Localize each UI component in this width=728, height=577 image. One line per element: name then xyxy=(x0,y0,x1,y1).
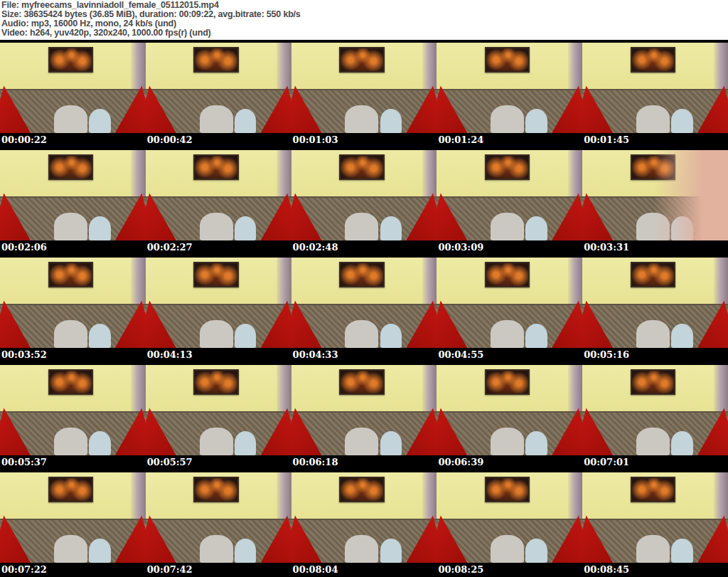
blue-pillow xyxy=(525,539,547,563)
frame-timestamp: 00:06:18 xyxy=(291,455,437,470)
blue-pillow xyxy=(671,324,693,348)
frame-timestamp: 00:05:37 xyxy=(0,455,146,470)
thumbnail-cell: 00:02:06 xyxy=(0,147,146,255)
letterbox-strip xyxy=(582,470,728,472)
letterbox-strip xyxy=(291,470,437,472)
gray-pillow xyxy=(345,320,378,348)
letterbox-strip xyxy=(0,147,146,150)
blue-pillow xyxy=(525,216,547,240)
thumbnail-cell: 00:03:31 xyxy=(582,147,728,255)
letterbox-strip xyxy=(146,147,291,150)
frame-timestamp: 00:05:57 xyxy=(146,455,291,470)
frame-timestamp: 00:08:25 xyxy=(437,563,582,577)
video-frame-placeholder xyxy=(0,470,146,563)
thumbnail-cell: 00:07:01 xyxy=(582,362,728,470)
frame-timestamp: 00:01:24 xyxy=(437,133,582,147)
letterbox-strip xyxy=(146,255,291,258)
video-contact-sheet: File: myfreecams_lavinniadoll_female_051… xyxy=(0,0,728,577)
video-frame-placeholder xyxy=(291,470,437,563)
gray-pillow xyxy=(636,535,670,563)
thumbnail-cell: 00:00:42 xyxy=(146,40,291,147)
blue-pillow xyxy=(89,324,111,348)
frame-timestamp: 00:01:03 xyxy=(291,133,437,147)
blue-pillow xyxy=(380,324,402,348)
video-frame-placeholder xyxy=(0,255,146,348)
wall-painting xyxy=(193,477,238,502)
video-frame-placeholder xyxy=(0,147,146,240)
wall-painting xyxy=(485,477,530,502)
letterbox-strip xyxy=(291,362,437,365)
video-frame-placeholder xyxy=(291,255,437,348)
letterbox-strip xyxy=(437,255,582,258)
wall-painting xyxy=(631,369,675,394)
video-frame-placeholder xyxy=(0,362,146,455)
gray-pillow xyxy=(636,428,670,455)
letterbox-strip xyxy=(437,40,582,43)
video-frame-placeholder xyxy=(291,147,437,240)
video-frame-placeholder xyxy=(146,255,291,348)
wall-painting xyxy=(485,262,530,287)
letterbox-strip xyxy=(437,147,582,150)
thumbnail-cell: 00:06:18 xyxy=(291,362,437,470)
gray-pillow xyxy=(200,105,233,133)
thumbnail-cell: 00:05:37 xyxy=(0,362,146,470)
thumbnail-cell: 00:01:03 xyxy=(291,40,437,147)
video-frame-placeholder xyxy=(582,470,728,563)
gray-pillow xyxy=(345,105,378,133)
thumbnail-cell: 00:07:42 xyxy=(146,470,291,577)
wall-painting xyxy=(631,262,675,287)
thumbnail-cell: 00:08:04 xyxy=(291,470,437,577)
thumbnail-cell: 00:02:27 xyxy=(146,147,291,255)
thumbnail-cell: 00:04:33 xyxy=(291,255,437,362)
frame-timestamp: 00:06:39 xyxy=(437,455,582,470)
thumbnail-cell: 00:01:45 xyxy=(582,40,728,147)
gray-pillow xyxy=(491,320,524,348)
letterbox-strip xyxy=(582,147,728,150)
thumbnail-cell: 00:03:09 xyxy=(437,147,582,255)
wall-painting xyxy=(631,477,675,502)
gray-pillow xyxy=(491,105,524,133)
wall-painting xyxy=(339,262,384,287)
gray-pillow xyxy=(636,320,670,348)
video-frame-placeholder xyxy=(582,40,728,133)
video-frame-placeholder xyxy=(582,147,728,240)
video-frame-placeholder xyxy=(582,255,728,348)
letterbox-strip xyxy=(582,255,728,258)
frame-timestamp: 00:07:22 xyxy=(0,563,146,577)
letterbox-strip xyxy=(291,255,437,258)
wall-painting xyxy=(339,47,384,72)
thumbnail-cell: 00:08:25 xyxy=(437,470,582,577)
wall-painting xyxy=(48,47,93,72)
blue-pillow xyxy=(525,431,547,455)
blue-pillow xyxy=(525,324,547,348)
wall-painting xyxy=(48,477,93,502)
video-frame-placeholder xyxy=(437,147,582,240)
blue-pillow xyxy=(671,109,693,133)
frame-timestamp: 00:01:45 xyxy=(582,133,728,147)
gray-pillow xyxy=(491,213,524,240)
blue-pillow xyxy=(380,431,402,455)
video-frame-placeholder xyxy=(146,40,291,133)
gray-pillow xyxy=(345,535,378,563)
blue-pillow xyxy=(235,539,257,563)
gray-pillow xyxy=(200,213,233,240)
thumbnail-cell: 00:04:13 xyxy=(146,255,291,362)
thumbnail-cell: 00:08:45 xyxy=(582,470,728,577)
thumbnail-cell: 00:03:52 xyxy=(0,255,146,362)
wall-painting xyxy=(485,369,530,394)
letterbox-strip xyxy=(291,40,437,43)
frame-timestamp: 00:02:48 xyxy=(291,240,437,255)
blue-pillow xyxy=(671,431,693,455)
letterbox-strip xyxy=(437,470,582,472)
video-frame-placeholder xyxy=(437,255,582,348)
gray-pillow xyxy=(636,105,670,133)
letterbox-strip xyxy=(291,147,437,150)
thumbnail-cell: 00:00:22 xyxy=(0,40,146,147)
motion-blur-overlay xyxy=(641,147,728,240)
blue-pillow xyxy=(380,109,402,133)
gray-pillow xyxy=(54,535,87,563)
wall-painting xyxy=(48,369,93,394)
wall-painting xyxy=(193,154,238,179)
frame-timestamp: 00:00:42 xyxy=(146,133,291,147)
frame-timestamp: 00:03:31 xyxy=(582,240,728,255)
